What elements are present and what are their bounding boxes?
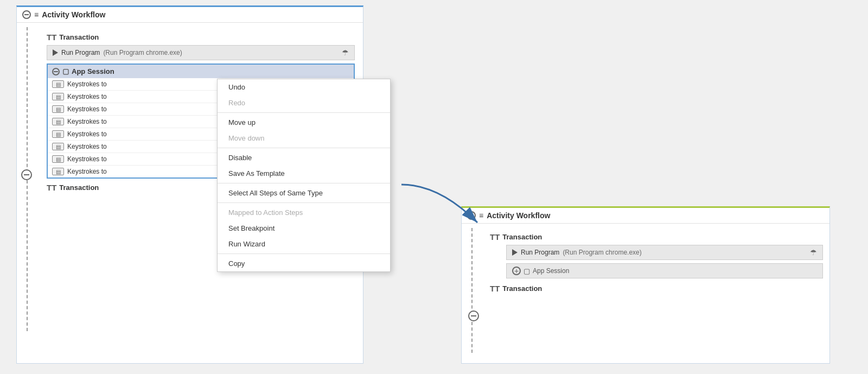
right-panel-title: Activity Workflow [487,211,550,220]
menu-item-select-all[interactable]: Select All Steps of Same Type [218,185,390,201]
right-run-program-label: Run Program [521,249,559,256]
run-program-label: Run Program [61,49,100,56]
right-app-session-plus[interactable] [512,267,521,275]
workflow-icon: ≡ [34,10,39,19]
right-play-icon [512,249,518,256]
right-workflow-content: ТТ Transaction Run Program (Run Program … [462,224,829,301]
right-transaction1-label: ТТ Transaction [490,232,823,242]
separator-4 [218,202,390,203]
right-transaction1-icon: ТТ [490,232,500,242]
transaction2-icon: ТТ [47,183,56,192]
right-transaction1-block: ТТ Transaction Run Program (Run Program … [490,232,823,278]
keyboard-icon-4 [52,118,64,125]
screen-icon: ▢ [62,67,69,75]
separator-1 [218,112,390,113]
separator-3 [218,183,390,183]
right-workflow-panel: ≡ Activity Workflow ТТ Transaction Run P… [461,206,830,364]
context-menu: Undo Redo Move up Move down Disable Save… [217,79,391,272]
right-collapse-button[interactable] [467,211,476,220]
keyboard-icon-3 [52,105,64,113]
left-panel-header: ≡ Activity Workflow [17,7,363,23]
transaction1-icon: ТТ [47,33,56,42]
menu-item-run-wizard[interactable]: Run Wizard [218,236,390,252]
keyboard-icon-1 [52,80,64,88]
menu-item-undo[interactable]: Undo [218,79,390,95]
right-transaction2-label: ТТ Transaction [490,284,823,293]
app-session-collapse[interactable] [52,68,60,75]
menu-item-move-down: Move down [218,130,390,146]
separator-5 [218,253,390,254]
menu-item-disable[interactable]: Disable [218,150,390,166]
separator-2 [218,148,390,148]
menu-item-breakpoint[interactable]: Set Breakpoint [218,220,390,236]
keyboard-icon-8 [52,168,64,175]
right-workflow-icon: ≡ [479,211,483,220]
right-pin-icon: ☂ [810,248,817,257]
right-side-minus[interactable] [468,310,479,321]
menu-item-redo: Redo [218,95,390,111]
keyboard-icon-6 [52,143,64,150]
keyboard-icon-5 [52,130,64,138]
right-run-program-detail: (Run Program chrome.exe) [563,249,641,256]
play-icon [53,49,58,56]
right-app-session-label: App Session [533,267,569,275]
menu-item-mapped: Mapped to Action Steps [218,205,390,220]
run-program-detail: (Run Program chrome.exe) [103,49,182,56]
run-program-button[interactable]: Run Program (Run Program chrome.exe) ☂ [47,45,355,60]
menu-item-move-up[interactable]: Move up [218,115,390,130]
app-session-label: App Session [72,67,114,75]
right-transaction2-icon: ТТ [490,284,500,293]
keyboard-icon-2 [52,93,64,100]
right-app-session-collapsed[interactable]: ▢ App Session [506,263,823,278]
left-panel-title: Activity Workflow [42,10,105,19]
right-screen-icon: ▢ [524,267,530,275]
right-panel-header: ≡ Activity Workflow [462,208,829,224]
menu-item-save-template[interactable]: Save As Template [218,166,390,181]
right-transaction2-block: ТТ Transaction [490,284,823,293]
keyboard-icon-7 [52,155,64,163]
collapse-button[interactable] [22,10,31,19]
side-minus-button[interactable] [21,169,32,180]
transaction1-label: ТТ Transaction [47,33,355,42]
right-run-program-button[interactable]: Run Program (Run Program chrome.exe) ☂ [506,245,823,260]
right-connector-line [471,228,473,353]
pin-icon: ☂ [342,48,349,57]
menu-item-copy[interactable]: Copy [218,256,390,271]
app-session-header[interactable]: ▢ App Session [48,65,354,78]
